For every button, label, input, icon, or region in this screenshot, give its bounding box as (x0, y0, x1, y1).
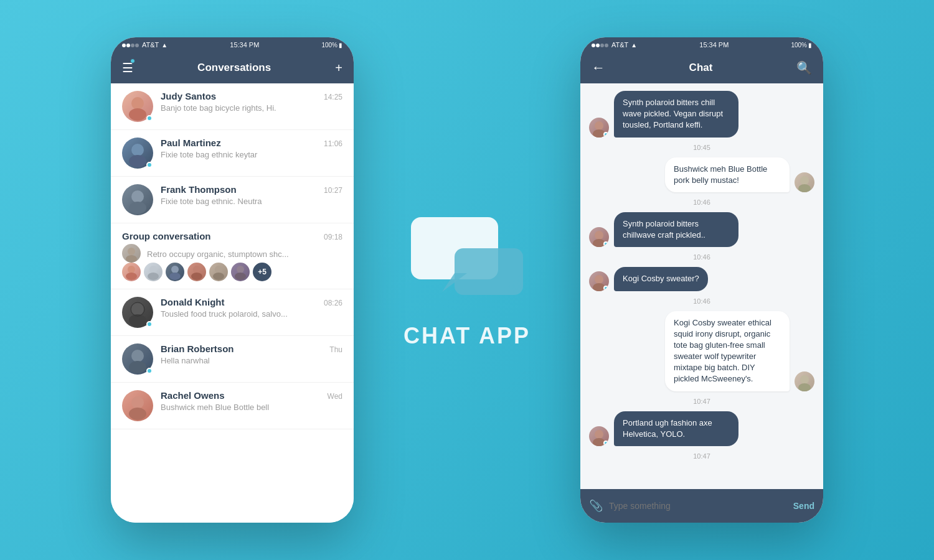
svg-point-24 (131, 350, 144, 362)
chat-logo-icon (405, 211, 529, 310)
svg-point-10 (126, 273, 137, 280)
group-mini-avatar (122, 244, 141, 263)
group-header: Group conversation 09:18 (122, 231, 342, 241)
message-bubble-3: Synth polaroid bitters chillwave craft p… (614, 212, 738, 247)
attach-icon[interactable]: 📎 (589, 499, 603, 513)
group-member-2 (144, 263, 163, 281)
conversation-judy[interactable]: Judy Santos 14:25 Banjo tote bag bicycle… (111, 83, 354, 130)
battery-bar-right: ▮ (808, 42, 812, 49)
svg-rect-29 (455, 248, 523, 295)
group-time: 09:18 (324, 233, 342, 241)
svg-point-19 (237, 266, 244, 273)
conversation-rachel[interactable]: Rachel Owens Wed Bushwick meh Blue Bottl… (111, 383, 354, 429)
conv-time-paul: 11:06 (324, 139, 342, 148)
group-preview: Retro occupy organic, stumptown shc... (147, 250, 289, 259)
online-dot-msg1 (603, 132, 608, 137)
branding-center: CHAT APP (403, 211, 531, 349)
online-dot-judy (146, 115, 153, 121)
message-row-2: Bushwick meh Blue Bottle pork belly must… (589, 157, 814, 192)
avatar-wrap-donald (122, 297, 153, 328)
battery-icon: 100% ▮ (321, 42, 342, 49)
avatar-wrap-judy (122, 91, 153, 122)
wifi-icon: ▲ (161, 42, 167, 49)
svg-point-27 (129, 408, 146, 420)
conv-time-brian: Thu (329, 345, 342, 354)
avatar-wrap-rachel (122, 390, 153, 421)
svg-point-21 (131, 303, 144, 315)
conversation-paul[interactable]: Paul Martinez 11:06 Fixie tote bag ethni… (111, 130, 354, 177)
conversations-title: Conversations (197, 62, 271, 74)
svg-point-25 (129, 361, 146, 373)
conversations-list: Judy Santos 14:25 Banjo tote bag bicycle… (111, 83, 354, 523)
online-dot-paul (146, 162, 153, 168)
add-conversation-button[interactable]: + (335, 61, 342, 75)
conversation-frank[interactable]: Frank Thompson 10:27 Fixie tote bag ethn… (111, 177, 354, 223)
scene: AT&T ▲ 15:34 PM 100% ▮ ☰ Conversations + (0, 0, 934, 560)
conv-header-paul: Paul Martinez 11:06 (161, 138, 342, 148)
svg-point-15 (193, 266, 200, 273)
svg-point-1 (129, 108, 146, 121)
online-dot-msg3 (603, 241, 608, 246)
conv-body-donald: Donald Knight 08:26 Tousled food truck p… (161, 297, 342, 319)
conv-header-brian: Brian Robertson Thu (161, 343, 342, 354)
online-dot-msg4 (603, 286, 608, 291)
avatar-wrap-brian (122, 343, 153, 375)
svg-point-17 (215, 266, 222, 273)
message-bubble-5: Kogi Cosby sweater ethical squid irony d… (665, 311, 790, 391)
chat-messages-list: Synth polaroid bitters chill wave pickle… (580, 83, 823, 489)
chat-title: Chat (689, 62, 713, 74)
send-button[interactable]: Send (793, 501, 814, 511)
avatar-wrap-paul (122, 138, 153, 169)
carrier-label: AT&T (142, 41, 159, 49)
search-button[interactable]: 🔍 (796, 60, 812, 75)
message-bubble-2: Bushwick meh Blue Bottle pork belly must… (665, 157, 790, 192)
signal-dots-right (592, 41, 609, 49)
conversations-phone: AT&T ▲ 15:34 PM 100% ▮ ☰ Conversations + (111, 37, 354, 523)
conv-header-rachel: Rachel Owens Wed (161, 390, 342, 401)
group-conversation[interactable]: Group conversation 09:18 Retro occupy or… (111, 223, 354, 289)
conv-time-donald: 08:26 (324, 299, 342, 307)
conv-time-frank: 10:27 (324, 186, 342, 195)
msg-time-3: 10:46 (589, 253, 814, 261)
back-button[interactable]: ← (592, 60, 605, 76)
msg-time-2: 10:46 (589, 198, 814, 206)
svg-point-5 (131, 190, 144, 203)
chat-input[interactable] (609, 501, 787, 511)
msg-time-5: 10:47 (589, 398, 814, 405)
conv-body-paul: Paul Martinez 11:06 Fixie tote bag ethni… (161, 138, 342, 159)
chat-phone: AT&T ▲ 15:34 PM 100% ▮ ← Chat 🔍 Syn (580, 37, 823, 523)
msg-time-1: 10:45 (589, 144, 814, 151)
msg-avatar-6 (589, 426, 609, 446)
group-member-4 (187, 263, 206, 281)
msg-avatar-5 (795, 371, 814, 391)
message-bubble-6: Portland ugh fashion axe Helvetica, YOLO… (614, 411, 738, 446)
menu-button[interactable]: ☰ (122, 60, 133, 75)
conv-preview-rachel: Bushwick meh Blue Bottle bell (161, 403, 342, 412)
svg-point-26 (131, 396, 144, 409)
avatar-rachel (122, 390, 153, 421)
battery-label-right: 100% (791, 42, 807, 49)
svg-point-12 (148, 273, 159, 280)
avatar-wrap-frank (122, 184, 153, 215)
conv-preview-judy: Banjo tote bag bicycle rights, Hi. (161, 103, 342, 113)
conversation-brian[interactable]: Brian Robertson Thu Hella narwhal (111, 336, 354, 383)
conversation-donald[interactable]: Donald Knight 08:26 Tousled food truck p… (111, 289, 354, 336)
battery-icon-right: 100% ▮ (791, 42, 812, 49)
svg-point-13 (171, 266, 179, 273)
time-label-right: 15:34 PM (699, 41, 729, 49)
conv-name-donald: Donald Knight (161, 297, 224, 307)
wifi-icon-right: ▲ (631, 42, 637, 49)
conv-time-judy: 14:25 (324, 93, 342, 101)
message-row-4: Kogi Cosby sweater? (589, 267, 814, 291)
message-row-3: Synth polaroid bitters chillwave craft p… (589, 212, 814, 247)
svg-point-9 (128, 266, 135, 273)
svg-point-31 (595, 121, 603, 130)
message-row-1: Synth polaroid bitters chill wave pickle… (589, 91, 814, 138)
battery-bar: ▮ (339, 42, 342, 49)
message-row-5: Kogi Cosby sweater ethical squid irony d… (589, 311, 814, 391)
group-member-6 (231, 263, 250, 281)
status-bar-left: AT&T ▲ 15:34 PM 100% ▮ (111, 37, 354, 52)
chat-app-label: CHAT APP (403, 323, 531, 349)
message-bubble-1: Synth polaroid bitters chill wave pickle… (614, 91, 738, 138)
svg-point-14 (169, 273, 181, 280)
